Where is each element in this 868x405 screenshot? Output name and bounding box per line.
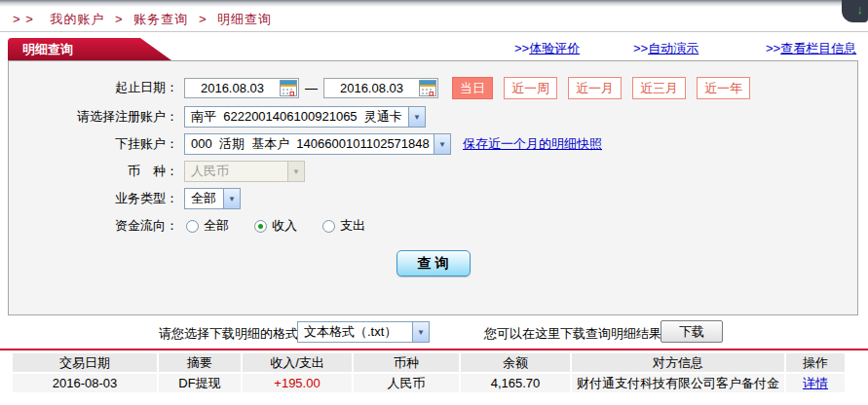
currency-row: 币 种： 人民币 ▼ [9, 160, 857, 183]
start-date-value[interactable]: 2016.08.03 [185, 81, 280, 95]
quick-range-year-button[interactable]: 近一年 [697, 77, 750, 99]
radio-checked-icon[interactable] [254, 220, 267, 233]
chevron-down-icon[interactable]: ▼ [223, 189, 240, 208]
query-button[interactable]: 查 询 [396, 250, 471, 276]
detail-query-page: ↓ > > 我的账户 > 账务查询 > 明细查询 明细查询 >>体验评价 >>自… [0, 0, 868, 405]
date-range-separator: — [305, 81, 318, 95]
chevron-down-icon: ▼ [287, 162, 304, 181]
sub-account-select[interactable]: 000 活期 基本户 1406600101102571848 ▼ [184, 133, 451, 155]
chevron-down-icon[interactable]: ▼ [412, 322, 429, 342]
breadcrumb-separator: > [115, 12, 124, 26]
currency-value: 人民币 [185, 163, 287, 180]
quick-range-week-button[interactable]: 近一周 [504, 77, 557, 99]
breadcrumb-item-account-query[interactable]: 账务查询 [133, 12, 188, 26]
breadcrumb-prefix-icon: > > [13, 12, 34, 26]
col-balance: 余额 [461, 353, 570, 372]
download-format-value: 文本格式（.txt） [298, 323, 412, 341]
sub-account-value: 000 活期 基本户 1406600101102571848 [185, 135, 434, 153]
flow-option-all[interactable]: 全部 [186, 217, 229, 235]
breadcrumb-item-my-account[interactable]: 我的账户 [50, 12, 104, 26]
link-label: 体验评价 [529, 41, 580, 55]
quick-range-today-button[interactable]: 当日 [452, 77, 493, 99]
currency-label: 币 种： [9, 163, 178, 180]
date-range-label: 起止日期： [9, 79, 178, 96]
col-currency: 币种 [354, 353, 459, 372]
col-counterparty: 对方信息 [572, 353, 784, 372]
table-header-row: 交易日期 摘要 收入/支出 币种 余额 对方信息 操作 [13, 353, 845, 372]
link-auto-demo[interactable]: >>自动演示 [633, 40, 698, 57]
business-type-label: 业务类型： [9, 190, 178, 207]
cell-summary: DF提现 [159, 374, 241, 392]
sub-account-row: 下挂账户： 000 活期 基本户 1406600101102571848 ▼ 保… [9, 132, 857, 156]
business-type-row: 业务类型： 全部 ▼ [9, 187, 857, 210]
calendar-icon[interactable] [280, 80, 297, 96]
download-format-label: 请您选择下载明细的格式 [159, 325, 298, 343]
detail-link[interactable]: 详情 [803, 376, 828, 390]
cell-trade-date: 2016-08-03 [13, 374, 157, 392]
table-row: 2016-08-03 DF提现 +195.00 人民币 4,165.70 财付通… [13, 374, 845, 392]
download-button[interactable]: 下载 [660, 320, 723, 343]
download-hint: 您可以在这里下载查询明细结果 [484, 325, 661, 343]
flow-option-income[interactable]: 收入 [254, 217, 297, 235]
flow-option-all-label: 全部 [204, 217, 229, 235]
breadcrumb-item-detail-query[interactable]: 明细查询 [217, 12, 272, 26]
radio-unchecked-icon[interactable] [186, 220, 199, 233]
registered-account-select[interactable]: 南平 6222001406100921065 灵通卡 ▼ [184, 106, 426, 128]
business-type-select[interactable]: 全部 ▼ [184, 188, 241, 209]
cell-counterparty: 财付通支付科技有限公司客户备付金 [572, 374, 784, 392]
quick-range-month-button[interactable]: 近一月 [568, 77, 622, 99]
radio-unchecked-icon[interactable] [322, 220, 335, 233]
breadcrumb-separator: > [199, 12, 208, 26]
date-range-row: 起止日期： 2016.08.03 — 2016.08.03 [9, 76, 857, 99]
link-prefix: >> [633, 41, 648, 55]
chevron-down-icon[interactable]: ▼ [434, 134, 450, 154]
table-top-divider [0, 349, 868, 350]
end-date-value[interactable]: 2016.08.03 [324, 81, 419, 95]
link-view-column-info[interactable]: >>查看栏目信息 [766, 40, 856, 57]
fund-flow-label: 资金流向： [9, 217, 178, 235]
business-type-value: 全部 [185, 190, 223, 207]
download-indicator[interactable]: ↓ [842, 0, 868, 22]
flow-option-expense-label: 支出 [340, 217, 365, 235]
registered-account-value: 南平 6222001406100921065 灵通卡 [185, 108, 408, 126]
cell-currency: 人民币 [354, 374, 459, 392]
col-amount: 收入/支出 [243, 353, 352, 372]
flow-option-expense[interactable]: 支出 [322, 217, 365, 235]
calendar-icon[interactable] [419, 80, 436, 96]
end-date-input[interactable]: 2016.08.03 [323, 78, 438, 98]
link-label: 自动演示 [648, 41, 698, 55]
link-label: 查看栏目信息 [780, 41, 856, 55]
sub-account-label: 下挂账户： [9, 135, 178, 153]
col-action: 操作 [786, 353, 845, 372]
col-summary: 摘要 [159, 353, 241, 372]
fund-flow-row: 资金流向： 全部 收入 支出 [9, 214, 857, 238]
cell-action: 详情 [786, 374, 845, 392]
link-prefix: >> [766, 41, 780, 55]
link-experience-rating[interactable]: >>体验评价 [514, 40, 580, 57]
currency-select: 人民币 ▼ [184, 161, 305, 182]
breadcrumb: > > 我的账户 > 账务查询 > 明细查询 [13, 11, 272, 28]
download-format-select[interactable]: 文本格式（.txt） ▼ [297, 321, 430, 343]
col-trade-date: 交易日期 [13, 353, 157, 372]
registered-account-row: 请选择注册账户： 南平 6222001406100921065 灵通卡 ▼ [9, 105, 857, 129]
link-prefix: >> [514, 41, 529, 55]
save-snapshot-link[interactable]: 保存近一个月的明细快照 [463, 135, 602, 153]
quick-range-quarter-button[interactable]: 近三月 [632, 77, 686, 99]
tab-detail-query[interactable]: 明细查询 [8, 38, 171, 60]
breadcrumb-divider [0, 31, 868, 32]
top-shadow [0, 0, 868, 7]
transaction-table: 交易日期 摘要 收入/支出 币种 余额 对方信息 操作 2016-08-03 D… [11, 351, 847, 394]
registered-account-label: 请选择注册账户： [9, 108, 178, 126]
chevron-down-icon[interactable]: ▼ [408, 107, 425, 127]
cell-amount: +195.00 [243, 374, 352, 392]
cell-balance: 4,165.70 [461, 374, 570, 392]
flow-option-income-label: 收入 [272, 217, 297, 235]
query-form-panel: 起止日期： 2016.08.03 — 2016.08.03 [8, 60, 858, 315]
start-date-input[interactable]: 2016.08.03 [184, 78, 299, 98]
green-down-arrow-icon: ↓ [857, 3, 864, 16]
